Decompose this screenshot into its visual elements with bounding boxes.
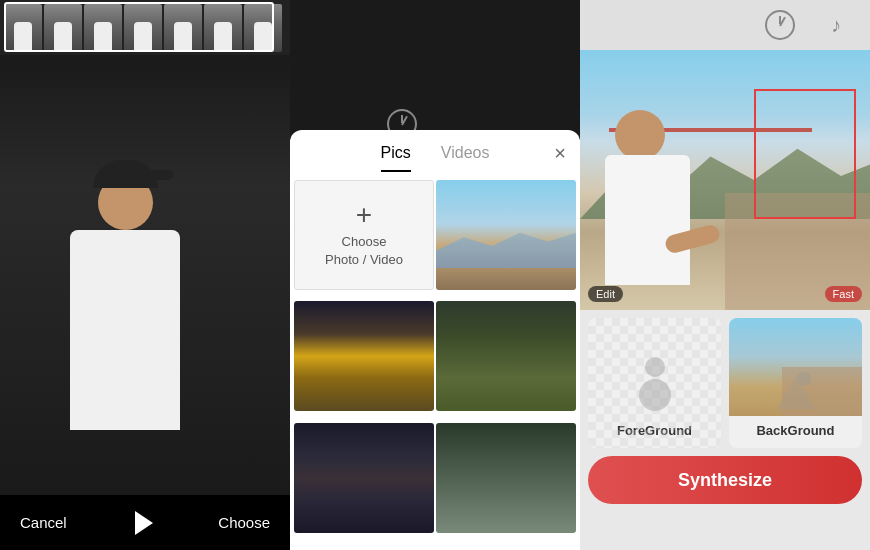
- right-timer-icon-shape: [765, 10, 795, 40]
- picker-header: Pics Videos ×: [290, 130, 580, 172]
- photo-waterfall[interactable]: [436, 423, 576, 533]
- photo-grid: + Choose Photo / Video: [290, 172, 580, 550]
- frame-1: [4, 4, 42, 52]
- svg-point-1: [639, 379, 671, 411]
- background-mountain-icon: [774, 367, 818, 415]
- person-figure: [25, 175, 225, 495]
- photo-field[interactable]: [294, 301, 434, 411]
- tab-pics[interactable]: Pics: [381, 144, 411, 172]
- filmstrip-frames: [0, 2, 286, 54]
- frame-6: [204, 4, 242, 52]
- background-label: BackGround: [756, 423, 834, 438]
- right-music-icon-symbol: ♪: [831, 14, 841, 37]
- picker-close-button[interactable]: ×: [554, 142, 566, 165]
- choose-button[interactable]: Choose: [218, 514, 270, 531]
- frame-2: [44, 4, 82, 52]
- play-button[interactable]: [123, 503, 163, 543]
- frame-7: [244, 4, 282, 52]
- video-bg: [0, 55, 290, 495]
- filmstrip: [0, 0, 290, 55]
- photo-green-field[interactable]: [436, 301, 576, 411]
- right-panel: ♪ Edit Fast: [580, 0, 870, 550]
- play-icon: [135, 511, 153, 535]
- right-music-icon[interactable]: ♪: [818, 7, 854, 43]
- right-bottom: ForeGround BackGround Synthesize: [580, 310, 870, 550]
- fast-badge[interactable]: Fast: [825, 286, 862, 302]
- right-timer-icon[interactable]: [762, 7, 798, 43]
- person-cap: [93, 160, 158, 188]
- choose-photo-label: Choose Photo / Video: [325, 233, 403, 269]
- right-top-bar: ♪: [580, 0, 870, 50]
- foreground-person-icon: [633, 355, 677, 415]
- black-preview: [290, 0, 580, 140]
- cancel-button[interactable]: Cancel: [20, 514, 67, 531]
- person-body: [70, 230, 180, 430]
- ground-row: ForeGround BackGround: [588, 318, 862, 448]
- picker-tabs: Pics Videos: [381, 144, 490, 172]
- video-preview: [0, 55, 290, 495]
- person-head: [98, 175, 153, 230]
- plus-icon: +: [356, 201, 372, 229]
- photo-picker: Pics Videos × + Choose Photo / Video: [290, 130, 580, 550]
- synthesize-button[interactable]: Synthesize: [588, 456, 862, 504]
- tab-videos[interactable]: Videos: [441, 144, 490, 172]
- background-card[interactable]: BackGround: [729, 318, 862, 448]
- photo-dark-sky[interactable]: [294, 423, 434, 533]
- foreground-card[interactable]: ForeGround: [588, 318, 721, 448]
- choose-photo-cell[interactable]: + Choose Photo / Video: [294, 180, 434, 290]
- left-panel: Cancel Choose: [0, 0, 290, 550]
- foreground-person: [595, 102, 755, 310]
- svg-point-0: [645, 357, 665, 377]
- fg-head: [615, 110, 665, 160]
- bottom-bar: Cancel Choose: [0, 495, 290, 550]
- fg-torso: [605, 155, 690, 285]
- middle-panel: ♪ Pics Videos × + Choose Photo / Video: [290, 0, 580, 550]
- right-preview: Edit Fast: [580, 50, 870, 310]
- frame-3: [84, 4, 122, 52]
- photo-sky[interactable]: [436, 180, 576, 290]
- frame-5: [164, 4, 202, 52]
- frame-4: [124, 4, 162, 52]
- fg-person-body: [605, 110, 725, 310]
- edit-badge[interactable]: Edit: [588, 286, 623, 302]
